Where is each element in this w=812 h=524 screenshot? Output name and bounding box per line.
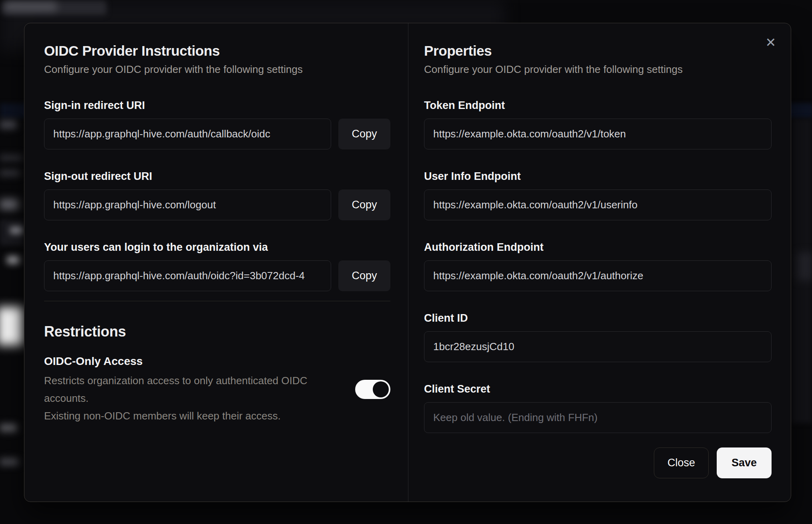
- client-id-label: Client ID: [424, 311, 772, 325]
- background-smudge: [0, 120, 17, 129]
- section-divider: [44, 301, 390, 301]
- background-smudge: [0, 170, 20, 176]
- properties-subtitle: Configure your OIDC provider with the fo…: [424, 62, 772, 76]
- sign-in-redirect-input[interactable]: [44, 119, 331, 149]
- token-endpoint-input[interactable]: [424, 119, 772, 149]
- close-button[interactable]: Close: [654, 447, 709, 478]
- sign-in-redirect-row: Copy: [44, 119, 390, 149]
- user-info-endpoint-row: [424, 189, 772, 220]
- login-url-input[interactable]: [44, 260, 331, 291]
- description-line-2: Existing non-OIDC members will keep thei…: [44, 407, 340, 425]
- background-smudge: [0, 200, 18, 209]
- background-smudge: [797, 252, 812, 280]
- authorization-endpoint-label: Authorization Endpoint: [424, 240, 772, 254]
- sign-out-redirect-label: Sign-out redirect URI: [44, 169, 390, 183]
- authorization-endpoint-input[interactable]: [424, 260, 772, 291]
- oidc-only-access-label: OIDC-Only Access: [44, 354, 340, 369]
- oidc-settings-dialog: OIDC Provider Instructions Configure you…: [24, 23, 791, 502]
- dialog-actions: Close Save: [424, 447, 772, 478]
- instructions-subtitle: Configure your OIDC provider with the fo…: [44, 62, 390, 76]
- background-smudge: [0, 458, 18, 466]
- oidc-only-access-description: Restricts organization access to only au…: [44, 372, 340, 425]
- background-band-blur: [792, 105, 812, 117]
- background-smudge: [0, 424, 17, 432]
- description-line-1: Restricts organization access to only au…: [44, 372, 340, 407]
- save-button[interactable]: Save: [717, 447, 772, 478]
- background-topbar-text-blur: [5, 2, 57, 11]
- background-card-blur: [0, 220, 23, 245]
- client-secret-row: [424, 402, 772, 433]
- client-secret-label: Client Secret: [424, 382, 772, 396]
- restrictions-title: Restrictions: [44, 323, 390, 341]
- background-topbar-blur: [2, 1, 107, 15]
- background-smudge: [10, 227, 22, 234]
- user-info-endpoint-input[interactable]: [424, 189, 772, 220]
- token-endpoint-label: Token Endpoint: [424, 99, 772, 112]
- sign-out-redirect-row: Copy: [44, 189, 390, 220]
- login-url-row: Copy: [44, 260, 390, 291]
- instructions-title: OIDC Provider Instructions: [44, 42, 390, 59]
- oidc-only-access-toggle[interactable]: [355, 380, 390, 399]
- background-smudge: [0, 155, 22, 161]
- properties-column: ✕ Properties Configure your OIDC provide…: [408, 23, 791, 502]
- background-panel-blur: [792, 119, 812, 423]
- authorization-endpoint-row: [424, 260, 772, 291]
- copy-sign-in-button[interactable]: Copy: [338, 119, 390, 149]
- toggle-knob: [373, 381, 389, 397]
- client-id-row: [424, 331, 772, 362]
- sign-in-redirect-label: Sign-in redirect URI: [44, 99, 390, 112]
- background-white-button-blur: [0, 307, 23, 345]
- close-icon[interactable]: ✕: [763, 34, 779, 50]
- oidc-only-access-row: OIDC-Only Access Restricts organization …: [44, 354, 390, 425]
- background-smudge: [7, 256, 19, 264]
- copy-login-url-button[interactable]: Copy: [338, 260, 390, 291]
- login-url-label: Your users can login to the organization…: [44, 240, 390, 254]
- copy-sign-out-button[interactable]: Copy: [338, 189, 390, 220]
- oidc-only-access-texts: OIDC-Only Access Restricts organization …: [44, 354, 340, 425]
- client-secret-input[interactable]: [424, 402, 772, 433]
- client-id-input[interactable]: [424, 331, 772, 362]
- token-endpoint-row: [424, 119, 772, 149]
- properties-title: Properties: [424, 42, 772, 59]
- user-info-endpoint-label: User Info Endpoint: [424, 169, 772, 183]
- instructions-column: OIDC Provider Instructions Configure you…: [24, 23, 408, 502]
- sign-out-redirect-input[interactable]: [44, 189, 331, 220]
